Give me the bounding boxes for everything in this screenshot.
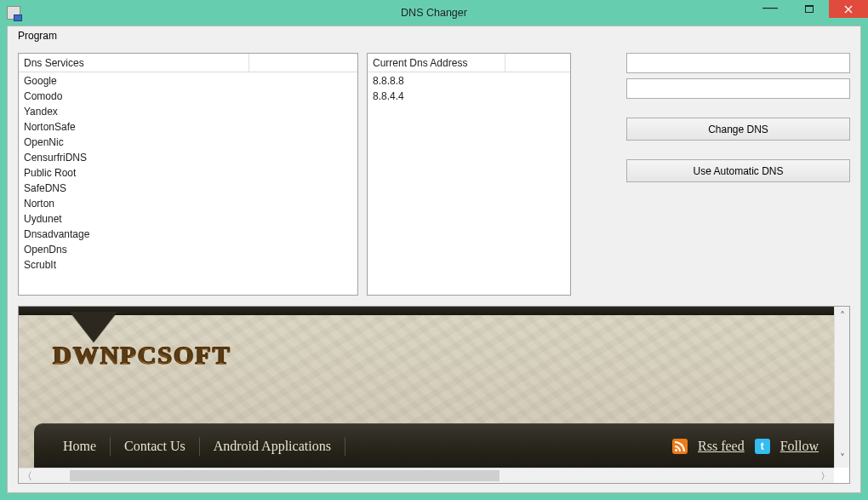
current-dns-header-label: Current Dns Address <box>368 54 505 72</box>
twitter-icon[interactable]: t <box>755 439 770 454</box>
nav-contact[interactable]: Contact Us <box>111 439 199 454</box>
scroll-left-icon[interactable]: 〈 <box>19 471 36 481</box>
list-item[interactable]: Yandex <box>24 104 352 119</box>
client-area: Program Dns Services GoogleComodoYandexN… <box>7 26 861 493</box>
list-item[interactable]: CensurfriDNS <box>24 150 352 165</box>
nav-android[interactable]: Android Applications <box>200 439 345 454</box>
content: Dns Services GoogleComodoYandexNortonSaf… <box>8 44 860 492</box>
current-dns-panel: Current Dns Address 8.8.8.88.8.4.4 <box>367 53 571 296</box>
embedded-web-frame: DWNPCSOFT Home Contact Us Android Applic… <box>18 306 850 484</box>
minimize-button[interactable]: — <box>751 0 790 18</box>
list-item[interactable]: OpenNic <box>24 135 352 150</box>
titlebar: DNS Changer — <box>0 0 868 26</box>
list-item[interactable]: Dnsadvantage <box>24 227 352 242</box>
maximize-button[interactable] <box>790 0 829 18</box>
menubar: Program <box>8 26 860 44</box>
dns-input-2[interactable] <box>626 78 850 99</box>
hscroll-thumb[interactable] <box>70 470 500 481</box>
nav-home[interactable]: Home <box>49 439 110 454</box>
change-dns-button[interactable]: Change DNS <box>626 118 850 141</box>
nav-rss[interactable]: Rss feed <box>698 439 745 454</box>
controls-column: Change DNS Use Automatic DNS <box>580 53 850 296</box>
current-dns-list[interactable]: 8.8.8.88.8.4.4 <box>368 72 570 295</box>
nav-follow[interactable]: Follow <box>780 439 819 454</box>
dns-services-header-label: Dns Services <box>19 54 249 72</box>
list-item[interactable]: OpenDns <box>24 242 352 257</box>
menu-program[interactable]: Program <box>13 28 62 43</box>
dns-input-1[interactable] <box>626 53 850 73</box>
list-item[interactable]: Public Root <box>24 165 352 181</box>
horizontal-scrollbar[interactable]: 〈 〉 <box>19 468 834 483</box>
scroll-down-icon[interactable]: ˅ <box>840 451 845 465</box>
window-controls: — <box>751 0 868 18</box>
top-row: Dns Services GoogleComodoYandexNortonSaf… <box>18 53 850 296</box>
web-content[interactable]: DWNPCSOFT Home Contact Us Android Applic… <box>19 307 834 468</box>
list-item[interactable]: 8.8.8.8 <box>373 73 565 89</box>
list-item[interactable]: 8.8.4.4 <box>373 89 565 104</box>
triangle-ornament <box>70 312 117 342</box>
web-nav: Home Contact Us Android Applications Rss… <box>34 423 834 468</box>
window-title: DNS Changer <box>401 7 467 19</box>
current-dns-header: Current Dns Address <box>368 54 570 72</box>
app-icon <box>7 6 20 20</box>
scroll-up-icon[interactable]: ˄ <box>840 309 845 323</box>
site-logo: DWNPCSOFT <box>53 341 231 370</box>
window: DNS Changer — Program Dns Services Googl… <box>0 0 868 500</box>
list-item[interactable]: SafeDNS <box>24 181 352 196</box>
list-item[interactable]: Comodo <box>24 89 352 104</box>
dns-services-list[interactable]: GoogleComodoYandexNortonSafeOpenNicCensu… <box>19 72 357 295</box>
list-item[interactable]: Uydunet <box>24 211 352 227</box>
close-icon <box>844 5 853 14</box>
auto-dns-button[interactable]: Use Automatic DNS <box>626 159 850 182</box>
list-item[interactable]: ScrubIt <box>24 257 352 273</box>
vertical-scrollbar[interactable]: ˄ ˅ <box>834 307 849 468</box>
dns-services-panel: Dns Services GoogleComodoYandexNortonSaf… <box>18 53 358 296</box>
scroll-right-icon[interactable]: 〉 <box>817 471 834 481</box>
close-button[interactable] <box>829 0 868 18</box>
list-item[interactable]: NortonSafe <box>24 119 352 135</box>
dns-services-header: Dns Services <box>19 54 357 72</box>
list-item[interactable]: Norton <box>24 196 352 211</box>
list-item[interactable]: Google <box>24 73 352 89</box>
rss-icon[interactable] <box>672 439 688 454</box>
